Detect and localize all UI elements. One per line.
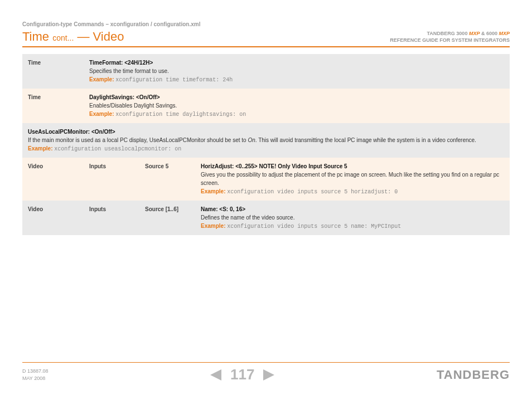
example-label: Example: (89, 111, 114, 117)
pager: 117 (210, 366, 274, 383)
doc-number: D 13887.08 (22, 368, 49, 375)
meta-amp: & 6000 (481, 31, 497, 36)
cell-category: Time (22, 54, 84, 89)
cell-desc: DaylightSavings: <On/Off> Enables/Disabl… (84, 89, 510, 123)
example-label: Example: (201, 188, 225, 194)
prev-page-icon[interactable] (210, 369, 221, 381)
example-code: xconfiguration time daylightsavings: on (115, 111, 246, 118)
param-desc-i: On (248, 137, 255, 143)
next-page-icon[interactable] (263, 369, 274, 381)
title-sep: — (77, 30, 89, 43)
table-row: UseAsLocalPCMonitor: <On/Off> If the mai… (22, 123, 510, 158)
param-name: Name: <S: 0, 16> (201, 206, 245, 212)
doc-date: MAY 2008 (22, 375, 49, 382)
page-number: 117 (230, 366, 254, 383)
table-row: Video Inputs Source [1..6] Name: <S: 0, … (22, 201, 510, 235)
param-desc: Defines the name of the video source. (201, 214, 294, 221)
example-code: xconfiguration video inputs source 5 nam… (227, 223, 401, 230)
param-desc: Specifies the time format to use. (89, 68, 169, 74)
title-cont: cont... (52, 33, 74, 42)
param-desc-b: . This will avoid transmitting the local… (255, 137, 476, 143)
footer: D 13887.08 MAY 2008 117 TANDBERG (22, 362, 510, 383)
param-name: UseAsLocalPCMonitor: <On/Off> (28, 129, 115, 135)
table-row: Time DaylightSavings: <On/Off> Enables/D… (22, 89, 510, 123)
cell-category: Time (22, 89, 84, 123)
brand-logo: TANDBERG (437, 368, 510, 382)
example-code: xconfiguration useaslocalpcmonitor: on (54, 146, 181, 152)
table-row: Time TimeFormat: <24H/12H> Specifies the… (22, 54, 510, 89)
cell-sub1: Inputs (84, 158, 139, 201)
cell-desc: UseAsLocalPCMonitor: <On/Off> If the mai… (22, 123, 510, 158)
cell-category: Video (22, 201, 84, 235)
example-label: Example: (89, 76, 114, 82)
title-main: Time (22, 30, 49, 43)
meta-mxp2: MXP (499, 31, 510, 36)
cell-desc: HorizAdjust: <0..255> NOTE! Only Video I… (195, 158, 510, 201)
example-code: xconfiguration video inputs source 5 hor… (227, 189, 398, 195)
doc-meta: TANDBERG 3000 MXP & 6000 MXP REFERENCE G… (390, 30, 510, 44)
title-section: Video (93, 30, 124, 43)
cell-sub2: Source 5 (139, 158, 195, 201)
meta-line2: REFERENCE GUIDE FOR SYSTEM INTEGRATORS (390, 37, 510, 44)
cell-sub1: Inputs (84, 201, 139, 235)
cell-sub2: Source [1..6] (139, 201, 195, 235)
example-code: xconfiguration time timeformat: 24h (115, 77, 233, 83)
param-name: TimeFormat: <24H/12H> (89, 60, 153, 66)
cell-category: Video (22, 158, 84, 201)
example-label: Example: (201, 223, 225, 229)
param-desc: Enables/Disables Daylight Savings. (89, 103, 177, 109)
param-name: HorizAdjust: <0..255> NOTE! Only Video I… (201, 163, 347, 169)
doc-id: D 13887.08 MAY 2008 (22, 368, 49, 382)
breadcrumb: Configuration-type Commands – xconfigura… (22, 21, 510, 27)
cell-desc: TimeFormat: <24H/12H> Specifies the time… (84, 54, 510, 89)
config-table: Time TimeFormat: <24H/12H> Specifies the… (22, 54, 510, 235)
param-name: DaylightSavings: <On/Off> (89, 94, 160, 100)
example-label: Example: (28, 145, 52, 152)
page-title: Time cont... — Video (22, 30, 124, 44)
table-row: Video Inputs Source 5 HorizAdjust: <0..2… (22, 158, 510, 201)
meta-mxp1: MXP (469, 31, 480, 36)
cell-desc: Name: <S: 0, 16> Defines the name of the… (195, 201, 510, 235)
param-desc-a: If the main monitor is used as a local P… (28, 137, 248, 143)
meta-line1a: TANDBERG 3000 (427, 31, 468, 36)
param-desc: Gives you the possibility to adjust the … (201, 172, 499, 186)
